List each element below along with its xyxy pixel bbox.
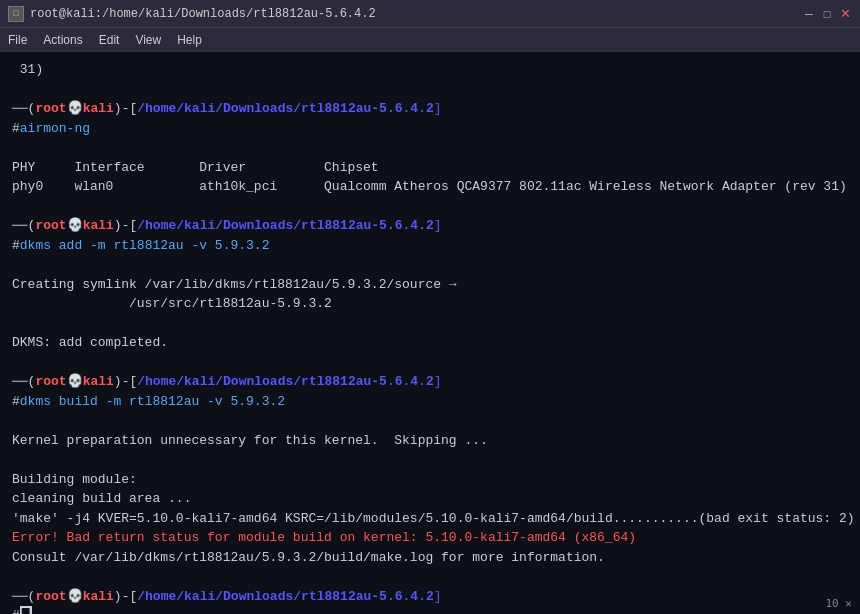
status-text: 10 ✕ [826, 597, 853, 610]
menu-item-file[interactable]: File [8, 33, 27, 47]
close-button[interactable]: ✕ [838, 7, 852, 21]
titlebar: □ root@kali:/home/kali/Downloads/rtl8812… [0, 0, 860, 28]
table-header: PHY Interface Driver Chipset [12, 158, 848, 178]
symlink-line-2: /usr/src/rtl8812au-5.9.3.2 [12, 294, 848, 314]
menu-item-edit[interactable]: Edit [99, 33, 120, 47]
command-3: dkms build -m rtl8812au -v 5.9.3.2 [20, 392, 285, 412]
consult-line: Consult /var/lib/dkms/rtl8812au/5.9.3.2/… [12, 548, 848, 568]
menubar: FileActionsEditViewHelp [0, 28, 860, 52]
table-row-1: phy0 wlan0 ath10k_pci Qualcomm Atheros Q… [12, 177, 848, 197]
command-1: airmon-ng [20, 119, 90, 139]
cmd-line-3: # dkms build -m rtl8812au -v 5.9.3.2 [12, 392, 848, 412]
dkms-add-complete: DKMS: add completed. [12, 333, 848, 353]
symlink-line-1: Creating symlink /var/lib/dkms/rtl8812au… [12, 275, 848, 295]
make-line: 'make' -j4 KVER=5.10.0-kali7-amd64 KSRC=… [12, 509, 848, 529]
window-icon: □ [8, 6, 24, 22]
menu-item-actions[interactable]: Actions [43, 33, 82, 47]
kernel-prep: Kernel preparation unnecessary for this … [12, 431, 848, 451]
error-arrow [853, 520, 860, 560]
window-title: root@kali:/home/kali/Downloads/rtl8812au… [30, 7, 376, 21]
menu-item-view[interactable]: View [135, 33, 161, 47]
prompt-line-4: ──(root💀kali)-[/home/kali/Downloads/rtl8… [12, 587, 848, 607]
building-module: Building module: [12, 470, 848, 490]
command-2: dkms add -m rtl8812au -v 5.9.3.2 [20, 236, 270, 256]
minimize-button[interactable]: ─ [802, 7, 816, 21]
titlebar-left: □ root@kali:/home/kali/Downloads/rtl8812… [8, 6, 376, 22]
window-controls: ─ □ ✕ [802, 7, 852, 21]
maximize-button[interactable]: □ [820, 7, 834, 21]
error-container: Error! Bad return status for module buil… [12, 528, 848, 548]
cmd-line-2: # dkms add -m rtl8812au -v 5.9.3.2 [12, 236, 848, 256]
prompt-line-3: ──(root💀kali)-[/home/kali/Downloads/rtl8… [12, 372, 848, 392]
prompt-line-1: ──(root💀kali)-[/home/kali/Downloads/rtl8… [12, 99, 848, 119]
prompt-line-2: ──(root💀kali)-[/home/kali/Downloads/rtl8… [12, 216, 848, 236]
error-line: Error! Bad return status for module buil… [12, 528, 848, 548]
status-bar: 10 ✕ [826, 596, 853, 613]
menu-item-help[interactable]: Help [177, 33, 202, 47]
terminal-line: 31) [12, 60, 848, 80]
cmd-line-1: # airmon-ng [12, 119, 848, 139]
cursor: █ [20, 606, 32, 614]
cursor-line: # █ [12, 606, 848, 614]
cleaning-build: cleaning build area ... [12, 489, 848, 509]
terminal[interactable]: 31) ──(root💀kali)-[/home/kali/Downloads/… [0, 52, 860, 614]
